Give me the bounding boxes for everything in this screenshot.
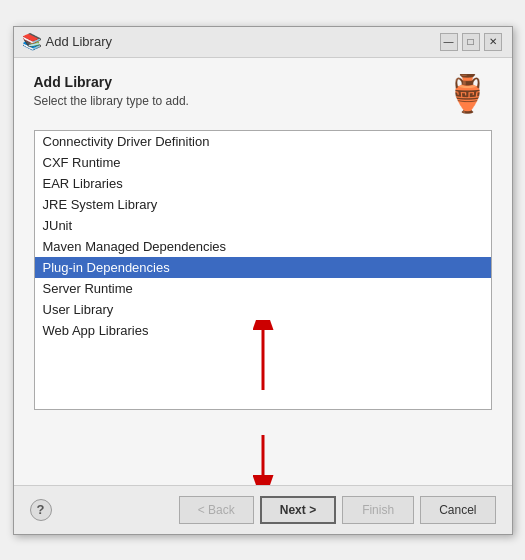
add-library-dialog: 📚 Add Library — □ ✕ Add Library Select t… (13, 26, 513, 535)
list-item[interactable]: EAR Libraries (35, 173, 491, 194)
list-item[interactable]: JRE System Library (35, 194, 491, 215)
header-section: Add Library Select the library type to a… (34, 74, 492, 118)
list-item[interactable]: CXF Runtime (35, 152, 491, 173)
bottom-bar: ? < Back Next > Finish Cancel (14, 485, 512, 534)
list-item[interactable]: Connectivity Driver Definition (35, 131, 491, 152)
library-decoration-icon: 🏺 (444, 70, 492, 118)
list-item[interactable]: Plug-in Dependencies (35, 257, 491, 278)
minimize-button[interactable]: — (440, 33, 458, 51)
help-button[interactable]: ? (30, 499, 52, 521)
bottom-arrow-area (14, 430, 512, 485)
titlebar-controls: — □ ✕ (440, 33, 502, 51)
header-text: Add Library Select the library type to a… (34, 74, 189, 108)
close-button[interactable]: ✕ (484, 33, 502, 51)
finish-button[interactable]: Finish (342, 496, 414, 524)
titlebar: 📚 Add Library — □ ✕ (14, 27, 512, 58)
bottom-arrow-container (34, 430, 492, 485)
list-item[interactable]: Web App Libraries (35, 320, 491, 341)
list-item[interactable]: Server Runtime (35, 278, 491, 299)
cancel-button[interactable]: Cancel (420, 496, 495, 524)
list-item[interactable]: JUnit (35, 215, 491, 236)
list-item[interactable]: User Library (35, 299, 491, 320)
maximize-button[interactable]: □ (462, 33, 480, 51)
back-button[interactable]: < Back (179, 496, 254, 524)
bottom-annotation-arrow (233, 430, 293, 485)
dialog-icon: 📚 (24, 34, 40, 50)
titlebar-title: Add Library (46, 34, 112, 49)
dialog-heading: Add Library (34, 74, 189, 90)
list-item[interactable]: Maven Managed Dependencies (35, 236, 491, 257)
titlebar-left: 📚 Add Library (24, 34, 112, 50)
dialog-subtext: Select the library type to add. (34, 94, 189, 108)
main-content: Add Library Select the library type to a… (14, 58, 512, 430)
bottom-left: ? (30, 499, 52, 521)
next-button[interactable]: Next > (260, 496, 336, 524)
bottom-buttons: < Back Next > Finish Cancel (179, 496, 496, 524)
library-type-list[interactable]: Connectivity Driver DefinitionCXF Runtim… (34, 130, 492, 410)
